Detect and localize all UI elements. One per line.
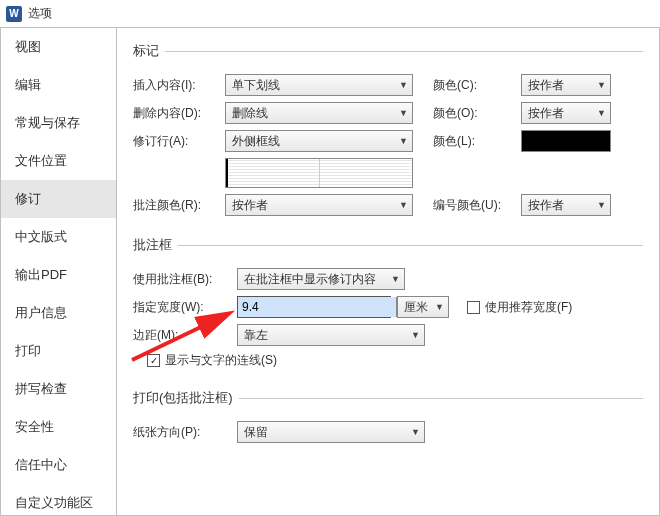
use-balloon-select[interactable]: 在批注框中显示修订内容▼ xyxy=(237,268,405,290)
color-c-select[interactable]: 按作者▼ xyxy=(521,74,611,96)
show-lines-checkbox[interactable]: ✓ 显示与文字的连线(S) xyxy=(147,352,277,369)
sidebar-item-1[interactable]: 编辑 xyxy=(1,66,116,104)
sidebar-item-11[interactable]: 信任中心 xyxy=(1,446,116,484)
revision-preview xyxy=(225,158,413,188)
chevron-down-icon: ▼ xyxy=(399,200,408,210)
width-spinner[interactable]: ▲▼ xyxy=(237,296,391,318)
titlebar: W 选项 xyxy=(0,0,660,28)
main-area: 视图编辑常规与保存文件位置修订中文版式输出PDF用户信息打印拼写检查安全性信任中… xyxy=(0,28,660,516)
sidebar-item-6[interactable]: 输出PDF xyxy=(1,256,116,294)
delete-label: 删除内容(D): xyxy=(133,105,219,122)
sidebar-item-4[interactable]: 修订 xyxy=(1,180,116,218)
chevron-down-icon: ▼ xyxy=(597,200,606,210)
chevron-down-icon: ▼ xyxy=(399,136,408,146)
insert-label: 插入内容(I): xyxy=(133,77,219,94)
orient-select[interactable]: 保留▼ xyxy=(237,421,425,443)
margin-label: 边距(M): xyxy=(133,327,231,344)
chevron-down-icon: ▼ xyxy=(391,274,400,284)
chevron-down-icon: ▼ xyxy=(411,330,420,340)
sidebar-item-2[interactable]: 常规与保存 xyxy=(1,104,116,142)
sidebar-item-3[interactable]: 文件位置 xyxy=(1,142,116,180)
checkbox-icon xyxy=(467,301,480,314)
app-icon: W xyxy=(6,6,22,22)
color-o-label: 颜色(O): xyxy=(433,105,515,122)
sidebar-item-9[interactable]: 拼写检查 xyxy=(1,370,116,408)
window-title: 选项 xyxy=(28,5,52,22)
insert-select[interactable]: 单下划线▼ xyxy=(225,74,413,96)
number-color-select[interactable]: 按作者▼ xyxy=(521,194,611,216)
width-label: 指定宽度(W): xyxy=(133,299,231,316)
revised-label: 修订行(A): xyxy=(133,133,219,150)
chevron-down-icon: ▼ xyxy=(399,80,408,90)
show-lines-label: 显示与文字的连线(S) xyxy=(165,352,277,369)
revised-select[interactable]: 外侧框线▼ xyxy=(225,130,413,152)
width-input[interactable] xyxy=(238,297,396,317)
margin-select[interactable]: 靠左▼ xyxy=(237,324,425,346)
orient-label: 纸张方向(P): xyxy=(133,424,231,441)
color-o-select[interactable]: 按作者▼ xyxy=(521,102,611,124)
use-recommended-label: 使用推荐宽度(F) xyxy=(485,299,572,316)
delete-select[interactable]: 删除线▼ xyxy=(225,102,413,124)
group-markup-legend: 标记 xyxy=(133,42,165,60)
sidebar-item-7[interactable]: 用户信息 xyxy=(1,294,116,332)
chevron-down-icon: ▼ xyxy=(411,427,420,437)
number-color-label: 编号颜色(U): xyxy=(433,197,515,214)
sidebar-item-0[interactable]: 视图 xyxy=(1,28,116,66)
chevron-down-icon: ▼ xyxy=(399,108,408,118)
chevron-down-icon: ▼ xyxy=(597,80,606,90)
group-balloon-legend: 批注框 xyxy=(133,236,178,254)
unit-select[interactable]: 厘米▼ xyxy=(397,296,449,318)
group-print: 打印(包括批注框) 纸张方向(P): 保留▼ xyxy=(133,389,643,459)
group-balloon: 批注框 使用批注框(B): 在批注框中显示修订内容▼ 指定宽度(W): ▲▼ 厘… xyxy=(133,236,643,385)
sidebar-item-12[interactable]: 自定义功能区 xyxy=(1,484,116,515)
chevron-down-icon: ▼ xyxy=(597,108,606,118)
color-c-label: 颜色(C): xyxy=(433,77,515,94)
color-l-swatch[interactable] xyxy=(521,130,611,152)
group-print-legend: 打印(包括批注框) xyxy=(133,389,239,407)
checkbox-icon: ✓ xyxy=(147,354,160,367)
chevron-down-icon: ▼ xyxy=(435,302,444,312)
sidebar: 视图编辑常规与保存文件位置修订中文版式输出PDF用户信息打印拼写检查安全性信任中… xyxy=(1,28,117,515)
content-panel: 标记 插入内容(I): 单下划线▼ 颜色(C): 按作者▼ 删除内容(D): 删… xyxy=(117,28,659,515)
use-balloon-label: 使用批注框(B): xyxy=(133,271,231,288)
color-l-label: 颜色(L): xyxy=(433,133,515,150)
sidebar-item-10[interactable]: 安全性 xyxy=(1,408,116,446)
comment-color-select[interactable]: 按作者▼ xyxy=(225,194,413,216)
sidebar-item-8[interactable]: 打印 xyxy=(1,332,116,370)
comment-color-label: 批注颜色(R): xyxy=(133,197,219,214)
sidebar-item-5[interactable]: 中文版式 xyxy=(1,218,116,256)
use-recommended-checkbox[interactable]: 使用推荐宽度(F) xyxy=(467,299,572,316)
group-markup: 标记 插入内容(I): 单下划线▼ 颜色(C): 按作者▼ 删除内容(D): 删… xyxy=(133,42,643,232)
